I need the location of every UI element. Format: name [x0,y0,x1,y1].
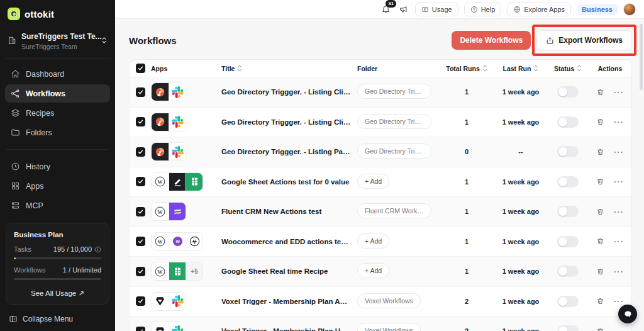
explore-apps-button[interactable]: Explore Apps [507,3,571,16]
delete-row-icon[interactable] [596,267,604,276]
workflow-title[interactable]: Google Sheet Actions test for 0 value [221,178,357,186]
export-workflows-button[interactable]: Export Workflows [536,30,632,50]
table-row[interactable]: Geo Directory Triggger. - Listing Cliam … [130,108,631,138]
table-row[interactable]: W Fluent CRM New Actions test Fluent CRM… [130,197,631,227]
row-checkbox[interactable] [136,117,145,126]
row-checkbox[interactable] [136,147,145,157]
status-toggle[interactable] [557,325,579,331]
usage-button[interactable]: Usage [415,3,458,16]
folder-chip[interactable]: Voxel Workflows [357,293,421,308]
more-actions-icon[interactable]: ··· [614,208,624,216]
chat-widget-button[interactable] [618,305,637,323]
sidebar-item-folders[interactable]: Folders [5,123,110,142]
workflow-title[interactable]: Woocommerce and EDD actions testing [221,238,357,245]
delete-workflows-button[interactable]: Delete Workflows [452,31,531,50]
workflow-title[interactable]: Geo Directory Triggger. - Listing Packag… [221,148,357,155]
collapse-menu-button[interactable]: Collapse Menu [5,312,110,326]
app-logo[interactable]: ottokit [5,6,110,28]
user-avatar[interactable] [623,3,636,16]
slack-icon [169,83,186,101]
voxel-icon [152,293,169,310]
row-checkbox[interactable] [136,296,145,306]
workspace-team: SureTriggers Team [21,43,96,50]
more-actions-icon[interactable]: ··· [614,118,624,126]
table-row[interactable]: Geo Directory Triggger. - Listing Cliam … [130,77,631,108]
more-actions-icon[interactable]: ··· [614,297,624,305]
sidebar-item-history[interactable]: History [5,157,110,176]
sort-icon[interactable] [577,65,582,72]
help-button[interactable]: Help [464,3,502,16]
info-icon[interactable] [94,246,101,253]
status-toggle[interactable] [557,296,579,307]
delete-row-icon[interactable] [596,208,604,216]
delete-row-icon[interactable] [596,88,604,96]
workflow-title[interactable]: Google Sheet Real time Recipe [221,267,357,275]
sidebar-item-recipes[interactable]: Recipes [5,104,110,122]
workflow-title[interactable]: Geo Directory Triggger. - Listing Cliam … [221,118,357,126]
select-all-checkbox[interactable] [136,64,145,73]
folder-chip[interactable]: + Add [357,174,389,189]
status-toggle[interactable] [557,176,579,188]
table-row[interactable]: W Google Sheet Actions test for 0 value … [130,167,631,198]
status-toggle[interactable] [557,146,579,157]
table-row[interactable]: Ww$ Woocommerce and EDD actions testing … [130,227,631,257]
notifications-button[interactable]: 31 [380,3,392,15]
scrollbar-thumb[interactable] [640,24,643,90]
help-icon [470,6,478,13]
folder-chip[interactable]: Geo Directory Trigge... [357,114,431,129]
status-toggle[interactable] [557,86,579,98]
see-all-usage-link[interactable]: See All Usage ↗ [14,287,101,298]
status-toggle[interactable] [557,236,579,247]
more-actions-icon[interactable]: ··· [614,237,624,245]
sidebar-item-apps[interactable]: Apps [5,177,110,195]
folder-chip[interactable]: Geo Directory Trigge... [357,143,431,159]
more-actions-icon[interactable]: ··· [614,88,624,96]
table-row[interactable]: Geo Directory Triggger. - Listing Packag… [130,137,631,167]
delete-row-icon[interactable] [596,177,604,186]
folder-chip[interactable]: + Add [357,233,389,249]
more-actions-icon[interactable]: ··· [614,148,624,156]
clock-icon [11,162,20,171]
more-actions-icon[interactable]: ··· [614,267,624,276]
folder-chip[interactable]: Geo Directory Trigge... [357,84,431,99]
row-checkbox[interactable] [136,267,145,276]
row-checkbox[interactable] [136,87,145,97]
folder-chip[interactable]: Fluent CRM Workflo... [357,203,431,218]
workflow-title[interactable]: Voxel Trigger - Membership Plan Updated [221,327,357,331]
table-row[interactable]: Voxel Trigger - Membership Plan Updated … [130,317,631,331]
usage-icon [421,6,429,13]
svg-text:w: w [175,239,180,245]
delete-row-icon[interactable] [596,297,604,305]
row-checkbox[interactable] [136,237,145,246]
row-checkbox[interactable] [136,207,145,216]
status-toggle[interactable] [557,116,579,128]
row-checkbox[interactable] [136,327,145,331]
sort-icon[interactable] [482,65,487,72]
folder-chip[interactable]: + Add [357,263,389,278]
row-checkbox[interactable] [136,177,145,186]
table-row[interactable]: W+5 Google Sheet Real time Recipe + Add … [130,257,631,287]
announcements-button[interactable] [397,3,409,15]
more-actions-icon[interactable]: ··· [614,177,624,186]
sidebar-item-dashboard[interactable]: Dashboard [5,65,110,83]
plan-tier-badge[interactable]: Business [577,4,618,15]
table-row[interactable]: Voxel Trigger - Membership Plan Activate… [130,287,631,317]
edd-icon: $ [186,233,203,250]
workflow-title[interactable]: Voxel Trigger - Membership Plan Activate… [221,298,357,305]
workspace-selector[interactable]: SureTriggers Test Te... SureTriggers Tea… [5,28,110,59]
status-toggle[interactable] [557,206,579,217]
more-actions-icon[interactable]: ··· [614,327,624,331]
status-toggle[interactable] [557,266,579,277]
workflow-title[interactable]: Fluent CRM New Actions test [221,208,357,215]
delete-row-icon[interactable] [596,148,604,156]
svg-text:W: W [157,179,163,185]
sort-icon[interactable] [237,65,242,72]
sidebar-item-workflows[interactable]: Workflows [5,84,110,103]
sort-icon[interactable] [533,65,538,72]
delete-row-icon[interactable] [596,237,604,245]
folder-chip[interactable]: Voxel Workflows [357,323,421,331]
delete-row-icon[interactable] [596,118,604,126]
sidebar-item-mcp[interactable]: MCP [5,196,110,215]
workflow-title[interactable]: Geo Directory Triggger. - Listing Cliam … [221,88,357,96]
delete-row-icon[interactable] [596,327,604,331]
